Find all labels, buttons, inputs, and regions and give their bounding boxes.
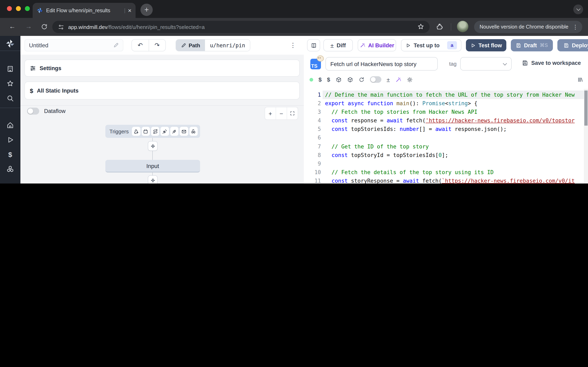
test-up-to-button[interactable]: Test up to a: [401, 39, 461, 51]
code-editor[interactable]: 1234567891011121314151617 // Define the …: [304, 89, 588, 184]
line-number: 11: [304, 176, 321, 184]
dollar-icon: $: [30, 87, 33, 94]
url-bar[interactable]: app.windmill.dev/flows/edit/u/henri/pin_…: [52, 21, 430, 33]
code-line[interactable]: const storyResponse = await fetch(`https…: [325, 176, 588, 184]
back-icon[interactable]: ←: [9, 23, 16, 30]
toolbar-divider: [451, 23, 451, 31]
http-route-trigger-icon[interactable]: [151, 127, 159, 136]
code-line[interactable]: const response = await fetch('https://ha…: [325, 117, 588, 125]
tab-close-icon[interactable]: ×: [128, 7, 131, 13]
save-to-workspace-button[interactable]: Save to workspace: [522, 60, 581, 66]
package-icon[interactable]: [336, 76, 342, 83]
forward-icon[interactable]: →: [25, 23, 32, 30]
triggers-node[interactable]: Triggers: [105, 125, 200, 138]
bookmark-star-icon[interactable]: [417, 23, 424, 30]
line-number: 2: [304, 99, 321, 108]
windmill-favicon: [37, 7, 43, 13]
reload-icon[interactable]: [358, 76, 364, 83]
add-step-button[interactable]: [148, 141, 158, 151]
sliders-icon: [30, 65, 36, 71]
kafka-trigger-icon[interactable]: [170, 127, 179, 136]
triggers-label: Triggers: [109, 128, 129, 134]
diff-plusminus-icon[interactable]: ±: [387, 76, 390, 83]
sidebar-item-search[interactable]: [7, 95, 14, 102]
ai-wand-icon[interactable]: [395, 76, 401, 83]
email-trigger-icon[interactable]: [180, 127, 188, 136]
code-line[interactable]: export async function main(): Promise<st…: [325, 99, 588, 108]
websocket-trigger-icon[interactable]: [161, 127, 169, 136]
step-name-input[interactable]: [325, 57, 438, 71]
zoom-out-button[interactable]: −: [276, 107, 287, 119]
browser-menu-icon[interactable]: ⋮: [572, 24, 578, 30]
library-icon[interactable]: [577, 76, 583, 83]
editor-settings-gear-icon[interactable]: [407, 76, 413, 83]
flow-summary-field[interactable]: Untitled: [25, 39, 123, 51]
code-gutter: 1234567891011121314151617: [304, 91, 321, 184]
app-sidebar: $: [0, 36, 20, 184]
dataflow-toggle-row: Dataflow: [27, 108, 66, 115]
code-vertical-scrollbar[interactable]: [584, 89, 588, 184]
editor-toggle[interactable]: [370, 76, 381, 83]
sidebar-item-home[interactable]: [7, 122, 14, 129]
extensions-icon[interactable]: [436, 23, 443, 30]
sidebar-item-favorites[interactable]: [7, 80, 14, 87]
site-settings-icon[interactable]: [58, 24, 64, 30]
window-zoom-button[interactable]: [25, 6, 30, 11]
sidebar-item-variables[interactable]: $: [8, 151, 12, 159]
test-flow-button[interactable]: Test flow: [466, 39, 506, 51]
dataflow-toggle[interactable]: [27, 108, 39, 115]
code-line[interactable]: // Fetch the top stories from Hacker New…: [325, 108, 588, 116]
path-value: u/henri/pin: [210, 42, 245, 48]
redo-button[interactable]: ↷: [149, 40, 165, 51]
code-line[interactable]: const topStoryId = topStoriesIds[0];: [325, 151, 588, 159]
code-line[interactable]: // Define the main function to fetch the…: [323, 91, 588, 99]
sidebar-item-workspace[interactable]: [7, 65, 14, 73]
poll-trigger-icon[interactable]: [189, 127, 198, 136]
code-line[interactable]: // Get the ID of the top story: [325, 142, 588, 151]
code-line[interactable]: // Fetch the details of the top story us…: [325, 168, 588, 176]
tab-search-chevron-icon[interactable]: [573, 4, 583, 14]
input-node-label: Input: [146, 162, 159, 169]
deploy-button[interactable]: Deploy: [557, 39, 588, 51]
window-minimize-button[interactable]: [16, 6, 21, 11]
path-chip[interactable]: Path u/henri/pin: [176, 39, 251, 51]
diff-button[interactable]: ± Diff: [323, 39, 353, 51]
profile-avatar[interactable]: [457, 21, 468, 32]
zoom-in-button[interactable]: +: [265, 107, 276, 119]
input-node[interactable]: Input: [105, 160, 200, 173]
new-tab-button[interactable]: +: [140, 4, 153, 16]
edit-pencil-icon[interactable]: [113, 42, 119, 48]
draft-button[interactable]: Draft ⌘S: [511, 39, 553, 51]
dataflow-label: Dataflow: [44, 108, 66, 114]
draft-label: Draft: [524, 42, 537, 48]
sidebar-item-resources[interactable]: [6, 165, 14, 173]
docs-button[interactable]: [307, 39, 320, 51]
all-static-inputs-label: All Static Inputs: [37, 87, 79, 94]
flow-settings-button[interactable]: Settings: [25, 59, 300, 77]
fit-view-button[interactable]: [287, 107, 298, 119]
resources-dollar-icon[interactable]: $: [327, 76, 330, 83]
sidebar-item-runs[interactable]: [7, 136, 14, 143]
window-close-button[interactable]: [7, 6, 12, 11]
chrome-update-pill[interactable]: Nouvelle version de Chrome disponible ⋮: [474, 21, 582, 33]
webhook-trigger-icon[interactable]: [132, 127, 140, 136]
add-step-button[interactable]: [148, 175, 158, 184]
code-line[interactable]: [325, 133, 588, 142]
typescript-bun-icon: TS: [310, 59, 321, 69]
browser-tab[interactable]: Edit Flow u/henri/pin_results | ×: [33, 3, 136, 18]
reload-icon[interactable]: [41, 23, 48, 30]
all-static-inputs-button[interactable]: $ All Static Inputs: [25, 82, 300, 100]
tag-select[interactable]: [460, 57, 512, 71]
undo-button[interactable]: ↶: [132, 40, 149, 51]
ai-builder-button[interactable]: AI Builder: [358, 39, 396, 51]
windmill-logo[interactable]: [6, 39, 15, 50]
schedule-trigger-icon[interactable]: [141, 127, 150, 136]
package-plus-icon[interactable]: [347, 76, 353, 83]
code-content[interactable]: // Define the main function to fetch the…: [325, 91, 588, 184]
code-line[interactable]: [325, 159, 588, 168]
editor-action-row: $ $ ±: [304, 73, 588, 86]
code-line[interactable]: const topStoriesIds: number[] = await re…: [325, 125, 588, 133]
variables-icon[interactable]: $: [319, 76, 322, 83]
path-label: Path: [189, 42, 200, 48]
more-options-icon[interactable]: ⋮: [290, 39, 296, 51]
